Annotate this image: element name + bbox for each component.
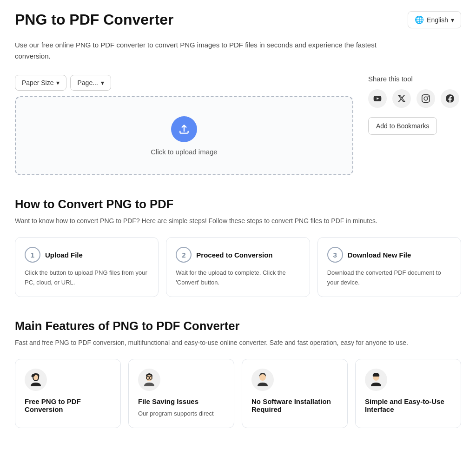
feature-icon-3 [251,369,274,391]
social-icons [368,89,461,108]
step-title-2: Proceed to Conversion [196,251,272,259]
step-desc-2: Wait for the upload to complete. Click t… [176,268,300,287]
page-dropdown[interactable]: Page... ▾ [70,75,111,91]
feature-icon-4 [365,369,387,391]
step-card-3: 3 Download New File Download the convert… [317,237,461,297]
language-selector[interactable]: 🌐 English ▾ [408,11,461,28]
chevron-down-icon: ▾ [56,79,60,86]
step-number-2: 2 [176,247,192,263]
page-title: PNG to PDF Converter [15,11,173,28]
features-row: Free PNG to PDF Conversion File Saving I… [15,359,461,428]
language-label: English [427,16,448,24]
how-to-section: How to Convert PNG to PDF Want to know h… [15,198,461,297]
tool-area: Paper Size ▾ Page... ▾ Click to upload i… [15,75,461,175]
step-title-3: Download New File [348,251,411,259]
features-title: Main Features of PNG to PDF Converter [15,319,461,333]
globe-icon: 🌐 [415,15,424,24]
share-sidebar: Share this tool Add to Bookmarks [368,75,461,135]
step-desc-1: Click the button to upload PNG files fro… [25,268,149,287]
feature-name-2: File Saving Issues [138,397,225,405]
feature-icon-2 [138,369,160,391]
twitter-icon[interactable] [392,89,411,108]
youtube-icon[interactable] [368,89,387,108]
chevron-down-icon: ▾ [451,16,454,24]
instagram-icon[interactable] [416,89,435,108]
header: PNG to PDF Converter 🌐 English ▾ [15,11,461,28]
feature-name-4: Simple and Easy-to-Use Interface [365,397,451,413]
step-card-2: 2 Proceed to Conversion Wait for the upl… [166,237,310,297]
feature-card-4: Simple and Easy-to-Use Interface [355,359,461,428]
step-title-1: Upload File [45,251,83,259]
paper-size-dropdown[interactable]: Paper Size ▾ [15,75,66,91]
how-to-subtitle: Want to know how to convert PNG to PDF? … [15,216,461,226]
feature-desc-2: Our program supports direct [138,409,225,418]
step-desc-3: Download the converted PDF document to y… [327,268,451,287]
upload-text: Click to upload image [151,148,217,156]
upload-icon [171,116,197,142]
step-header-1: 1 Upload File [25,247,149,263]
upload-box[interactable]: Click to upload image [15,96,353,175]
feature-name-1: Free PNG to PDF Conversion [25,397,111,413]
svg-point-4 [32,375,34,377]
page-subtitle: Use our free online PNG to PDF converter… [15,40,387,62]
page-label: Page... [77,79,98,86]
bookmark-button[interactable]: Add to Bookmarks [368,117,437,135]
chevron-down-icon: ▾ [101,79,104,86]
feature-card-2: File Saving Issues Our program supports … [128,359,234,428]
dropdowns-row: Paper Size ▾ Page... ▾ [15,75,353,91]
how-to-title: How to Convert PNG to PDF [15,198,461,211]
features-section: Main Features of PNG to PDF Converter Fa… [15,319,461,429]
facebook-icon[interactable] [441,89,459,108]
step-header-3: 3 Download New File [327,247,451,263]
feature-name-3: No Software Installation Required [251,397,338,413]
feature-icon-1 [25,369,47,391]
upload-section: Paper Size ▾ Page... ▾ Click to upload i… [15,75,353,175]
feature-card-3: No Software Installation Required [242,359,348,428]
step-header-2: 2 Proceed to Conversion [176,247,300,263]
feature-card-1: Free PNG to PDF Conversion [15,359,121,428]
step-number-3: 3 [327,247,343,263]
step-number-1: 1 [25,247,40,263]
paper-size-label: Paper Size [22,79,53,86]
features-subtitle: Fast and free PNG to PDF conversion, mul… [15,337,461,348]
step-card-1: 1 Upload File Click the button to upload… [15,237,159,297]
share-title: Share this tool [368,75,461,83]
steps-row: 1 Upload File Click the button to upload… [15,237,461,297]
